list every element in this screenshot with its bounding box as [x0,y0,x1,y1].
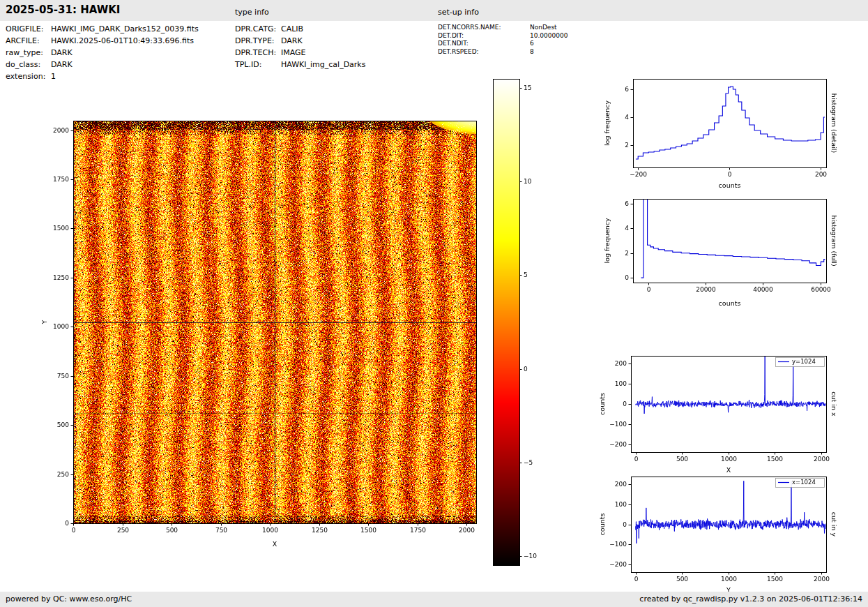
metadata-row: ARCFILE:HAWKI.2025-06-01T10:49:33.696.fi… [6,35,199,47]
metadata-value: DARK [281,36,303,45]
header-bar: 2025-05-31: HAWKI type info set-up info [0,0,868,21]
cut-in-x-plot [596,345,851,479]
type-info-block: DPR.CATG:CALIB DPR.TYPE:DARK DPR.TECH:IM… [235,23,365,70]
metadata-row: DET.NCORRS.NAME:NonDest [438,24,568,32]
metadata-label: DPR.TECH: [235,47,281,59]
histogram-detail-plot [600,66,851,199]
metadata-value: 10.0000000 [530,32,568,39]
setup-info-block: DET.NCORRS.NAME:NonDest DET.DIT:10.00000… [438,24,568,56]
metadata-value: HAWKI_IMG_DARK_Darks152_0039.fits [51,24,199,33]
colorbar [488,73,554,572]
metadata-value: IMAGE [281,48,306,57]
page-title: 2025-05-31: HAWKI [6,3,120,16]
metadata-label: DET.DIT: [438,32,530,40]
metadata-row: DET.DIT:10.0000000 [438,32,568,40]
metadata-value: 6 [530,40,534,47]
metadata-row: DPR.CATG:CALIB [235,23,365,35]
metadata-label: ARCFILE: [6,35,51,47]
metadata-value: 8 [530,48,534,55]
metadata-label: DET.NCORRS.NAME: [438,24,530,32]
metadata-row: DET.RSPEED:8 [438,48,568,57]
metadata-row: ORIGFILE:HAWKI_IMG_DARK_Darks152_0039.fi… [6,23,199,35]
metadata-row: DET.NDIT:6 [438,40,568,48]
metadata-label: DPR.TYPE: [235,35,281,47]
metadata-row: raw_type:DARK [6,47,199,59]
metadata-label: DPR.CATG: [235,23,281,35]
histogram-full-plot [600,186,851,319]
footer-bar: powered by QC: www.eso.org/HC created by… [0,592,868,607]
metadata-label: DET.NDIT: [438,40,530,48]
footer-powered-by: powered by QC: www.eso.org/HC [6,594,132,604]
setup-info-section-label: set-up info [438,8,479,17]
metadata-row: DPR.TYPE:DARK [235,35,365,47]
detector-image-plot [28,66,488,562]
qc-report-page: 2025-05-31: HAWKI type info set-up info … [0,0,868,607]
cut-in-y-plot [596,466,851,606]
metadata-value: DARK [51,48,73,57]
metadata-value: HAWKI.2025-06-01T10:49:33.696.fits [51,36,194,45]
metadata-label: raw_type: [6,47,51,59]
metadata-label: ORIGFILE: [6,23,51,35]
footer-created-by: created by qc_rawdisp.py v1.2.3 on 2025-… [639,594,862,604]
metadata-row: DPR.TECH:IMAGE [235,47,365,59]
metadata-label: DET.RSPEED: [438,48,530,57]
metadata-value: CALIB [281,24,303,33]
metadata-value: NonDest [530,24,557,31]
type-info-section-label: type info [235,8,269,17]
